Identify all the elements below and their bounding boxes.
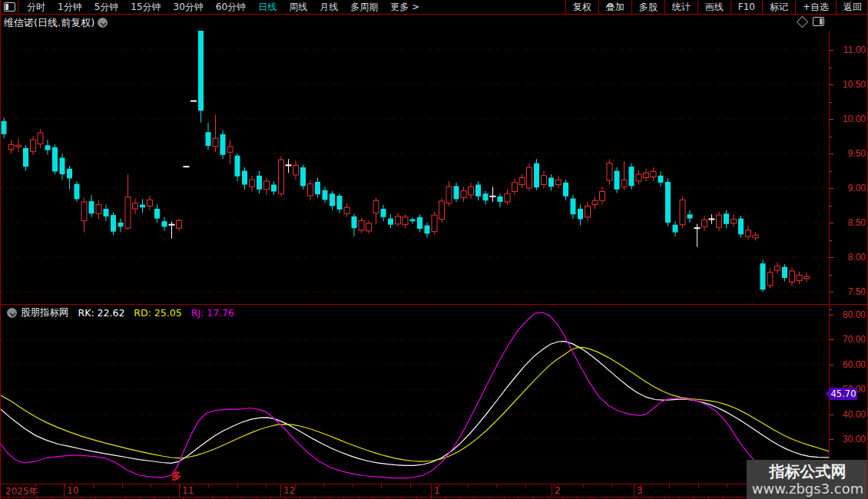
period-item-60分钟[interactable]: 60分钟	[210, 0, 252, 14]
week-tick	[93, 484, 94, 487]
panel-right-icon[interactable]	[813, 17, 824, 26]
week-tick	[323, 484, 324, 487]
price-label-9.00: 9.00	[848, 183, 866, 193]
period-item-分时[interactable]: 分时	[21, 0, 51, 14]
long-signal-marker: 多	[171, 469, 181, 483]
period-item-周线[interactable]: 周线	[283, 0, 313, 14]
week-tick	[525, 484, 526, 487]
week-tick	[65, 484, 65, 487]
axis-minor-tick	[830, 275, 832, 276]
week-tick	[554, 484, 555, 487]
tool-item-多股[interactable]: 多股	[631, 0, 664, 14]
axis-minor-tick	[830, 206, 832, 207]
price-label-10.50: 10.50	[843, 79, 866, 90]
month-label-10: 10	[67, 485, 78, 496]
period-menu: 分时1分钟5分钟15分钟30分钟60分钟日线周线月线多周期更多 >	[21, 0, 426, 14]
week-tick	[122, 484, 123, 487]
tool-item-复权[interactable]: 复权	[565, 0, 598, 14]
tools-menu: 复权叠加多股统计画线F10标记+自选返回	[565, 0, 868, 14]
diamond-icon[interactable]	[797, 15, 809, 28]
month-label-12: 12	[283, 485, 295, 496]
week-tick	[410, 484, 411, 487]
period-item-15分钟[interactable]: 15分钟	[124, 0, 167, 14]
indicator-rd-value: RD: 25.05	[134, 307, 181, 319]
axis-minor-tick	[830, 68, 832, 68]
stock-title[interactable]: 维信诺(日线.前复权)	[4, 16, 108, 30]
month-divider	[280, 484, 281, 497]
axis-tick	[830, 415, 833, 415]
axis-tick	[830, 365, 833, 365]
tool-item-F10[interactable]: F10	[731, 0, 762, 14]
axis-tick	[830, 315, 833, 316]
price-label-8.50: 8.50	[848, 217, 866, 228]
week-tick	[353, 484, 353, 487]
indicator-chart[interactable]	[1, 305, 829, 484]
tool-item-标记[interactable]: 标记	[762, 0, 795, 14]
indicator-label-row: 股朋指标网 RK: 22.62 RD: 25.05 RJ: 17.76	[4, 307, 234, 318]
date-axis: 2025年101112123	[1, 484, 868, 497]
watermark-title: 指标公式网	[770, 462, 846, 481]
indicator-rj-value: RJ: 17.76	[191, 307, 234, 319]
tool-item-叠加[interactable]: 叠加	[598, 0, 631, 14]
week-tick	[611, 484, 612, 487]
indicator-rk-value: RK: 22.62	[78, 307, 125, 319]
month-divider	[552, 484, 552, 497]
candlestick-chart[interactable]	[1, 31, 829, 304]
week-tick	[698, 484, 699, 487]
week-tick	[439, 484, 439, 487]
chevron-down-icon[interactable]	[98, 18, 108, 28]
month-divider	[431, 484, 432, 497]
price-label-10.00: 10.00	[843, 114, 866, 124]
week-tick	[237, 484, 238, 487]
period-item-日线[interactable]: 日线	[252, 0, 283, 14]
axis-minor-tick	[830, 102, 832, 103]
month-divider	[634, 484, 634, 497]
axis-minor-tick	[830, 137, 832, 137]
week-tick	[641, 484, 641, 487]
period-item-月线[interactable]: 月线	[313, 0, 344, 14]
week-tick	[381, 484, 382, 487]
layout-toggle-button[interactable]	[1, 0, 18, 14]
period-item-更多 >[interactable]: 更多 >	[384, 0, 426, 14]
axis-tick	[830, 50, 833, 51]
axis-tick	[830, 292, 833, 292]
indicator-chevron-icon[interactable]	[7, 308, 17, 318]
period-item-5分钟[interactable]: 5分钟	[88, 0, 125, 14]
stock-app-window: 分时1分钟5分钟15分钟30分钟60分钟日线周线月线多周期更多 > 复权叠加多股…	[0, 0, 868, 499]
week-tick	[496, 484, 497, 487]
indicator-label-80.00: 80.00	[843, 309, 866, 320]
axis-tick	[830, 154, 833, 154]
indicator-label-40.00: 40.00	[843, 409, 866, 420]
tool-item-+自选[interactable]: +自选	[795, 0, 836, 14]
indicator-label-60.00: 60.00	[843, 359, 866, 370]
week-tick	[208, 484, 209, 487]
indicator-label-70.00: 70.00	[843, 334, 866, 345]
indicator-name[interactable]: 股朋指标网	[21, 306, 69, 319]
period-item-30分钟[interactable]: 30分钟	[167, 0, 210, 14]
price-label-8.00: 8.00	[848, 252, 866, 263]
panel-left-icon	[4, 2, 15, 12]
tool-item-统计[interactable]: 统计	[664, 0, 697, 14]
axis-minor-tick	[830, 309, 832, 310]
axis-tick	[830, 257, 833, 258]
axis-tick	[830, 119, 833, 120]
axis-tick	[830, 439, 833, 440]
stock-title-text: 维信诺(日线.前复权)	[4, 17, 94, 28]
week-tick	[468, 484, 469, 487]
indicator-label-30.00: 30.00	[843, 434, 866, 444]
period-item-多周期[interactable]: 多周期	[344, 0, 384, 14]
week-tick	[180, 484, 181, 487]
watermark: 指标公式网 www.zbgs3.com	[747, 460, 868, 499]
axis-tick	[830, 223, 833, 223]
week-tick	[583, 484, 584, 487]
axis-minor-tick	[830, 240, 832, 241]
week-tick	[295, 484, 296, 487]
period-item-1分钟[interactable]: 1分钟	[51, 0, 88, 14]
watermark-url: www.zbgs3.com	[752, 481, 864, 497]
tool-item-返回[interactable]: 返回	[836, 0, 868, 14]
title-icons	[798, 17, 824, 26]
week-tick	[151, 484, 151, 487]
month-label-3: 3	[637, 485, 643, 496]
tool-item-画线[interactable]: 画线	[697, 0, 731, 14]
price-label-11.00: 11.00	[843, 45, 866, 55]
